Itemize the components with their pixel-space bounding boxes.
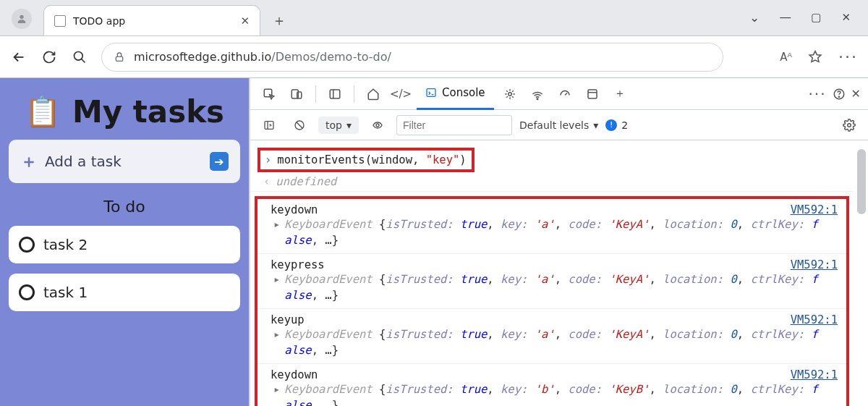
issues-counter[interactable]: ! 2 [605, 119, 628, 131]
clipboard-icon: 📋 [25, 95, 61, 129]
add-task-placeholder: Add a task [45, 153, 122, 170]
sources-tab-icon[interactable] [498, 83, 522, 106]
svg-point-15 [376, 124, 379, 127]
tab-favicon [54, 15, 66, 27]
submit-task-button[interactable]: ➔ [210, 152, 229, 171]
task-item[interactable]: task 1 [9, 274, 240, 311]
event-source-link[interactable]: VM592:1 [791, 203, 838, 216]
prompt-icon: › [265, 153, 271, 166]
add-task-input[interactable]: ＋ Add a task ➔ [9, 140, 240, 183]
svg-point-16 [848, 123, 851, 127]
chevron-down-icon[interactable]: ⌄ [749, 10, 760, 25]
svg-point-1 [75, 51, 83, 60]
plus-icon: ＋ [20, 150, 38, 173]
new-tab-button[interactable]: ＋ [268, 9, 291, 32]
highlighted-command: › monitorEvents(window, "key") [258, 148, 475, 172]
welcome-tab-icon[interactable] [362, 83, 385, 106]
minimize-icon[interactable]: ― [780, 11, 791, 24]
todo-app: 📋 My tasks ＋ Add a task ➔ To do task 2 t… [0, 78, 249, 406]
svg-point-8 [508, 92, 511, 96]
section-heading: To do [9, 198, 240, 216]
event-name: keydown [271, 203, 318, 216]
search-button[interactable] [71, 48, 88, 66]
console-tab[interactable]: Console [417, 78, 494, 110]
event-source-link[interactable]: VM592:1 [791, 368, 838, 381]
browser-titlebar: TODO app ✕ ＋ ⌄ ― ▢ ✕ [0, 0, 868, 36]
tab-close-icon[interactable]: ✕ [240, 14, 250, 28]
svg-rect-3 [264, 89, 272, 97]
back-button[interactable] [10, 48, 27, 66]
tab-strip: TODO app ✕ ＋ [43, 0, 291, 35]
context-selector[interactable]: top▾ [318, 117, 359, 134]
event-object[interactable]: KeyboardEvent {isTrusted: true, key: 'b'… [284, 381, 817, 406]
svg-rect-6 [330, 90, 340, 98]
more-icon[interactable]: ··· [838, 48, 858, 66]
device-emulation-icon[interactable] [285, 83, 308, 106]
browser-tab-active[interactable]: TODO app ✕ [43, 5, 260, 35]
console-toolbar: top▾ Default levels▾ ! 2 [250, 110, 868, 140]
event-object[interactable]: KeyboardEvent {isTrusted: true, key: 'a'… [284, 271, 817, 304]
more-tools-icon[interactable]: ··· [809, 85, 827, 103]
expand-icon[interactable]: ▸ [273, 271, 280, 287]
svg-point-12 [838, 96, 839, 97]
svg-rect-2 [116, 56, 122, 61]
return-undefined: ‹ undefined [250, 172, 854, 192]
event-object[interactable]: KeyboardEvent {isTrusted: true, key: 'a'… [284, 216, 817, 249]
expand-icon[interactable]: ▸ [273, 326, 280, 342]
console-output: › monitorEvents(window, "key") ‹ undefin… [250, 140, 868, 406]
toggle-sidebar-icon[interactable] [258, 114, 281, 137]
expand-icon[interactable]: ▸ [273, 216, 280, 232]
return-arrow-icon: ‹ [263, 175, 270, 188]
dock-side-icon[interactable] [323, 83, 346, 106]
event-name: keypress [271, 258, 325, 271]
console-event-row[interactable]: keyupVM592:1▸KeyboardEvent {isTrusted: t… [258, 309, 846, 364]
favorite-icon[interactable] [808, 50, 822, 64]
task-checkbox[interactable] [19, 237, 35, 253]
url-bar[interactable]: microsoftedge.github.io/Demos/demo-to-do… [101, 43, 723, 72]
task-checkbox[interactable] [19, 284, 35, 300]
close-devtools-icon[interactable]: ✕ [851, 87, 861, 101]
close-window-icon[interactable]: ✕ [841, 11, 851, 24]
event-source-link[interactable]: VM592:1 [791, 313, 838, 326]
application-tab-icon[interactable] [581, 83, 604, 106]
highlighted-events: keydownVM592:1▸KeyboardEvent {isTrusted:… [255, 196, 849, 406]
live-expression-icon[interactable] [366, 114, 389, 137]
tab-title: TODO app [73, 15, 125, 27]
scrollbar-thumb[interactable] [857, 149, 866, 214]
task-label: task 2 [43, 236, 88, 253]
clear-console-icon[interactable] [288, 114, 311, 137]
more-tabs-icon[interactable]: ＋ [608, 83, 631, 106]
window-controls: ⌄ ― ▢ ✕ [732, 0, 868, 35]
elements-tab-icon[interactable]: </> [389, 83, 412, 106]
network-tab-icon[interactable] [526, 83, 549, 106]
event-source-link[interactable]: VM592:1 [791, 258, 838, 271]
issues-badge-icon: ! [605, 119, 617, 131]
svg-rect-7 [427, 89, 435, 97]
devtools-tabstrip: </> Console ＋ ··· ✕ [250, 78, 868, 110]
svg-point-0 [20, 15, 23, 19]
command-text: monitorEvents(window, "key") [277, 153, 466, 166]
event-object[interactable]: KeyboardEvent {isTrusted: true, key: 'a'… [284, 326, 817, 359]
help-icon[interactable] [833, 88, 846, 101]
lock-icon[interactable] [114, 51, 125, 63]
expand-icon[interactable]: ▸ [273, 381, 280, 397]
performance-tab-icon[interactable] [553, 83, 576, 106]
maximize-icon[interactable]: ▢ [811, 11, 821, 24]
profile-avatar[interactable] [12, 9, 32, 29]
console-event-row[interactable]: keypressVM592:1▸KeyboardEvent {isTrusted… [258, 254, 846, 309]
read-aloud-icon[interactable]: Aᴬ [780, 51, 792, 64]
inspect-element-icon[interactable] [258, 83, 281, 106]
page-title: 📋 My tasks [9, 94, 240, 130]
event-name: keydown [271, 368, 318, 381]
task-label: task 1 [43, 284, 88, 301]
task-item[interactable]: task 2 [9, 226, 240, 263]
log-levels-selector[interactable]: Default levels▾ [519, 119, 598, 131]
svg-rect-13 [265, 121, 273, 129]
console-settings-icon[interactable] [838, 114, 861, 137]
browser-navbar: microsoftedge.github.io/Demos/demo-to-do… [0, 36, 868, 78]
console-event-row[interactable]: keydownVM592:1▸KeyboardEvent {isTrusted:… [258, 364, 846, 406]
console-filter-input[interactable] [396, 115, 512, 135]
url-text: microsoftedge.github.io/Demos/demo-to-do… [134, 50, 391, 64]
refresh-button[interactable] [41, 48, 58, 66]
console-event-row[interactable]: keydownVM592:1▸KeyboardEvent {isTrusted:… [258, 199, 846, 254]
